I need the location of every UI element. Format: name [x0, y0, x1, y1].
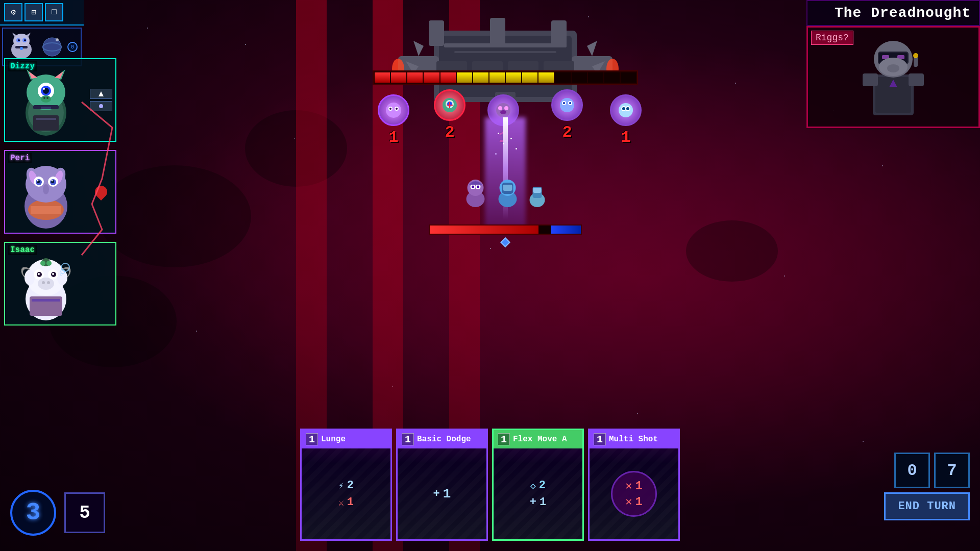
enemy-slot-2: 2 — [434, 89, 465, 142]
map-icon: □ — [52, 8, 57, 17]
svg-point-122 — [569, 102, 571, 104]
card-basic-dodge-title: Basic Dodge — [417, 435, 482, 444]
settings-bar: ⚙ ⊞ □ — [0, 0, 84, 26]
ap-value: 5 — [79, 503, 90, 523]
svg-point-48 — [52, 180, 53, 182]
multishot-circle: ✕ 1 ✕ 1 — [611, 471, 657, 517]
dodge-effect-icon: + — [433, 488, 440, 500]
card-multi-shot-body: ✕ 1 ✕ 1 — [590, 448, 678, 539]
svg-point-56 — [40, 261, 45, 266]
health-seg-empty-3 — [588, 72, 603, 83]
svg-rect-72 — [863, 73, 878, 86]
svg-point-60 — [47, 281, 50, 284]
card-lunge-header: 1 Lunge — [302, 430, 390, 448]
health-seg-9 — [506, 72, 521, 83]
svg-marker-101 — [587, 41, 597, 56]
card-multi-shot-title: Multi Shot — [609, 435, 674, 444]
svg-point-132 — [472, 186, 474, 188]
health-seg-2 — [391, 72, 406, 83]
companion-cat-sprite — [6, 32, 37, 62]
peri-portrait — [5, 151, 87, 233]
svg-point-54 — [57, 270, 67, 285]
multi-shot-x-icon-1: ✕ — [625, 479, 632, 493]
health-seg-7 — [473, 72, 488, 83]
boss-health-bar — [373, 70, 638, 85]
enemy-slot-1: 1 — [378, 94, 409, 147]
enemy-unit-5-sprite — [616, 100, 636, 120]
isaac-portrait — [5, 243, 87, 324]
bottom-left-ui: 3 5 — [10, 490, 105, 536]
card-multi-shot-effect-2: ✕ 1 — [625, 495, 643, 509]
dizzy-item-1 — [90, 89, 112, 99]
character-panel-peri: Peri — [4, 150, 116, 234]
card-multi-shot-cost: 1 — [594, 433, 606, 445]
enemy-unit-5 — [610, 94, 642, 126]
isaac-sprite — [5, 243, 87, 324]
character-panel-dizzy: Dizzy — [4, 58, 116, 142]
card-flex-move-a-header: 1 Flex Move A — [494, 430, 582, 448]
svg-point-65 — [38, 273, 40, 275]
svg-rect-73 — [909, 73, 924, 86]
health-seg-11 — [538, 72, 554, 83]
svg-rect-137 — [503, 185, 512, 191]
card-multi-shot[interactable]: 1 Multi Shot ✕ 1 ✕ 1 — [588, 429, 680, 541]
health-seg-10 — [522, 72, 537, 83]
card-flex-move-a[interactable]: 1 Flex Move A ◇ 2 + 1 — [492, 429, 584, 541]
svg-rect-95 — [454, 51, 556, 53]
enemy-unit-4 — [551, 89, 583, 121]
svg-point-13 — [56, 38, 59, 41]
svg-point-126 — [622, 107, 625, 110]
card-multi-shot-effect-1: ✕ 1 — [625, 479, 643, 493]
battle-player-sprite — [439, 95, 460, 115]
dizzy-side-info — [87, 87, 115, 113]
svg-rect-16 — [33, 115, 59, 131]
card-basic-dodge-effect-1: + 1 — [433, 486, 451, 502]
svg-point-104 — [386, 103, 401, 118]
svg-point-107 — [389, 108, 391, 110]
counters-row: 0 7 — [894, 453, 970, 488]
svg-point-115 — [498, 106, 502, 110]
player-shield-fill — [551, 226, 581, 234]
card-basic-dodge[interactable]: 1 Basic Dodge + 1 — [396, 429, 488, 541]
svg-point-9 — [20, 47, 23, 50]
svg-point-118 — [560, 98, 574, 112]
player-battle-units — [462, 173, 549, 209]
player-unit-small-blue-sprite — [526, 179, 549, 209]
boss-name-bar: The Dreadnought — [806, 0, 980, 26]
health-seg-empty-2 — [572, 72, 587, 83]
card-basic-dodge-header: 1 Basic Dodge — [398, 430, 486, 448]
end-turn-button[interactable]: END TURN — [884, 492, 970, 520]
card-lunge[interactable]: 1 Lunge ⚡ 2 ⚔ 1 — [300, 429, 392, 541]
svg-point-66 — [52, 273, 54, 275]
peri-map-pin — [92, 183, 110, 201]
svg-point-82 — [913, 53, 918, 58]
map-button[interactable]: □ — [45, 3, 63, 21]
character-panel-isaac: Isaac — [4, 242, 116, 325]
spark-2 — [510, 138, 512, 139]
flex-move-effect-2-icon: + — [530, 496, 536, 509]
player-unit-purple-sprite — [462, 173, 490, 209]
card-multi-shot-header: 1 Multi Shot — [590, 430, 678, 448]
svg-point-53 — [24, 270, 35, 285]
svg-rect-17 — [36, 118, 56, 120]
card-lunge-effect-1: ⚡ 2 — [338, 479, 354, 492]
peri-side-info — [87, 180, 115, 204]
health-seg-empty-4 — [604, 72, 620, 83]
settings-button[interactable]: ⚙ — [4, 3, 22, 21]
health-seg-6 — [457, 72, 472, 83]
enemy-unit-1-sprite — [383, 100, 404, 120]
lunge-effect-2-icon: ⚔ — [338, 497, 344, 508]
card-lunge-title: Lunge — [321, 435, 386, 444]
svg-point-40 — [43, 184, 49, 194]
peri-sprite — [5, 151, 87, 233]
svg-rect-87 — [490, 18, 505, 46]
spark-3 — [503, 143, 504, 144]
slot-1-number: 1 — [388, 128, 398, 147]
player-unit-blue — [494, 173, 522, 209]
health-seg-5 — [440, 72, 456, 83]
grid-icon: ⊞ — [31, 7, 36, 17]
counter-left: 0 — [894, 453, 930, 488]
card-flex-move-a-body: ◇ 2 + 1 — [494, 448, 582, 539]
grid-button[interactable]: ⊞ — [24, 3, 43, 21]
health-seg-4 — [424, 72, 439, 83]
